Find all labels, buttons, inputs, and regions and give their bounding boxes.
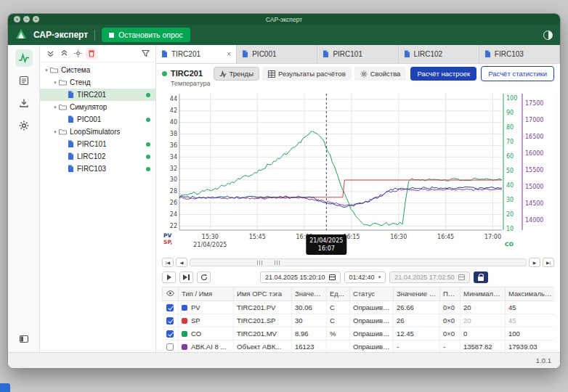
tree-item-Симулятор[interactable]: ▾Симулятор xyxy=(40,101,155,113)
step-forward-button[interactable]: ▶ xyxy=(529,258,540,267)
chevron-down-icon[interactable]: ▾ xyxy=(52,129,59,135)
tree-item-FIRC103[interactable]: FIRC103 xyxy=(40,163,155,175)
folder-icon xyxy=(59,128,67,135)
tree-item-Система[interactable]: ▾Система xyxy=(40,64,155,76)
file-icon xyxy=(68,152,74,160)
signals-table: Тип / ИмяИмя OPC тэгаЗначениеЕд...Статус… xyxy=(162,287,554,352)
tree-item-PIRC101[interactable]: PIRC101 xyxy=(40,138,155,150)
visibility-checkbox[interactable] xyxy=(166,343,174,351)
svg-text:17:00: 17:00 xyxy=(484,234,501,240)
file-icon xyxy=(484,50,491,58)
tab-TIRC201[interactable]: TIRC201× xyxy=(156,45,237,63)
folder-icon xyxy=(59,104,67,110)
tab-FIRC103[interactable]: FIRC103 xyxy=(479,45,560,63)
tab-calc-results[interactable]: Результаты расчётов xyxy=(262,67,352,81)
tree-item-label: LoopSimulators xyxy=(70,128,120,136)
filter-icon[interactable] xyxy=(139,48,151,60)
tree-item-label: TIRC201 xyxy=(77,91,106,99)
stop-polling-button[interactable]: Остановить опрос xyxy=(102,28,190,42)
svg-text:60: 60 xyxy=(506,153,514,160)
file-icon xyxy=(322,50,329,58)
start-datetime-field[interactable]: 21.04.2025 15:20:10 xyxy=(260,271,341,283)
svg-text:16500: 16500 xyxy=(525,134,543,140)
series-color-swatch xyxy=(182,318,187,324)
trend-chart[interactable]: 44424038363432302826242215:3015:4516:001… xyxy=(162,88,554,256)
column-header[interactable]: Значение xyxy=(292,287,327,301)
settings-icon[interactable] xyxy=(15,117,33,134)
delete-icon[interactable] xyxy=(86,48,97,60)
maximize-icon[interactable]: + xyxy=(33,16,39,23)
table-row[interactable]: COTIRC201.MV8.96%Опрашивает...12.450×001… xyxy=(163,327,555,340)
expand-all-icon[interactable] xyxy=(44,48,56,60)
svg-text:30: 30 xyxy=(506,197,514,203)
svg-text:15:45: 15:45 xyxy=(249,234,266,240)
trends-icon[interactable] xyxy=(15,49,33,67)
calc-settings-button[interactable]: Расчёт настроек xyxy=(410,67,476,81)
time-range-scrollbar[interactable] xyxy=(190,258,527,266)
collapse-all-icon[interactable] xyxy=(58,48,70,60)
visibility-checkbox[interactable] xyxy=(166,317,174,324)
tab-label: TIRC201 xyxy=(171,50,200,58)
tab-properties[interactable]: Свойства xyxy=(354,67,407,81)
column-header[interactable]: Имя OPC тэга xyxy=(234,287,292,301)
tab-trends[interactable]: Тренды xyxy=(214,67,259,81)
step-back-button[interactable]: ◀ xyxy=(176,258,187,267)
column-header[interactable]: Тип / Имя xyxy=(179,287,234,301)
jump-end-button[interactable]: ▶| xyxy=(543,258,554,267)
table-row[interactable]: PVTIRC201.PV30.06CОпрашивает...26.660×02… xyxy=(163,301,555,314)
range-handle[interactable] xyxy=(257,261,262,265)
duration-select[interactable]: 01:42:40 ▾ xyxy=(344,271,386,283)
online-status-dot xyxy=(162,71,167,76)
tab-PIRC101[interactable]: PIRC101 xyxy=(317,45,398,63)
tree-item-TIRC201[interactable]: TIRC201 xyxy=(40,89,155,101)
column-header[interactable]: Пр... xyxy=(440,287,461,301)
download-icon[interactable] xyxy=(15,94,33,112)
tree-item-PIC001[interactable]: PIC001 xyxy=(40,113,155,126)
svg-text:SP,: SP, xyxy=(163,239,173,245)
svg-text:80: 80 xyxy=(506,124,514,131)
theme-toggle-icon[interactable] xyxy=(543,30,553,40)
panel-toggle-icon[interactable] xyxy=(15,330,33,348)
column-header[interactable]: Ед... xyxy=(327,287,350,301)
tree-item-LIRC102[interactable]: LIRC102 xyxy=(40,150,155,163)
tab-PIC001[interactable]: PIC001 xyxy=(237,45,317,63)
tree-item-Стенд[interactable]: ▾Стенд xyxy=(40,76,155,89)
status-dot xyxy=(146,167,150,171)
tree-item-LoopSimulators[interactable]: ▾LoopSimulators xyxy=(40,126,155,138)
play-to-end-button[interactable] xyxy=(179,271,193,283)
taskbar-icon[interactable] xyxy=(0,383,10,392)
column-header[interactable] xyxy=(163,287,179,301)
refresh-button[interactable] xyxy=(197,271,211,283)
tree-item-label: LIRC102 xyxy=(77,152,105,160)
svg-text:15000: 15000 xyxy=(525,184,543,190)
tree-panel: ▾Система▾СтендTIRC201▾СимуляторPIC001▾Lo… xyxy=(40,45,156,352)
tab-LIRC102[interactable]: LIRC102 xyxy=(399,45,479,63)
lock-button[interactable] xyxy=(474,271,488,283)
jump-start-button[interactable]: |◀ xyxy=(162,258,174,267)
settings-icon[interactable] xyxy=(72,48,84,60)
tab-close-icon[interactable]: × xyxy=(227,50,231,58)
range-handle[interactable] xyxy=(275,261,280,265)
column-header[interactable]: Статус xyxy=(350,287,394,301)
svg-text:22: 22 xyxy=(170,223,177,229)
report-icon[interactable] xyxy=(15,72,33,89)
calc-statistics-button[interactable]: Расчёт статистики xyxy=(481,66,554,81)
column-header[interactable]: Значение ви... xyxy=(394,287,440,301)
table-row[interactable]: АВК.AI 8 ...Объект АВК...16123Опрашивает… xyxy=(163,340,555,352)
svg-text:40: 40 xyxy=(506,182,514,189)
table-row[interactable]: SPTIRC201.SP30CОпрашивает...260×02045 xyxy=(163,314,555,327)
tree-item-label: Стенд xyxy=(70,78,91,86)
chevron-down-icon[interactable]: ▾ xyxy=(43,68,50,73)
tab-label: FIRC103 xyxy=(495,50,524,58)
column-header[interactable]: Минимальное з... xyxy=(461,287,506,301)
column-header[interactable]: Максимальное ... xyxy=(506,287,555,301)
calendar-icon xyxy=(458,274,465,280)
play-button[interactable] xyxy=(162,271,176,283)
chevron-down-icon[interactable]: ▾ xyxy=(52,80,59,86)
visibility-checkbox[interactable] xyxy=(166,330,174,338)
close-icon[interactable]: × xyxy=(14,16,20,23)
divider xyxy=(94,30,95,41)
visibility-checkbox[interactable] xyxy=(166,304,174,311)
chevron-down-icon[interactable]: ▾ xyxy=(52,105,59,110)
minimize-icon[interactable]: − xyxy=(23,16,30,23)
